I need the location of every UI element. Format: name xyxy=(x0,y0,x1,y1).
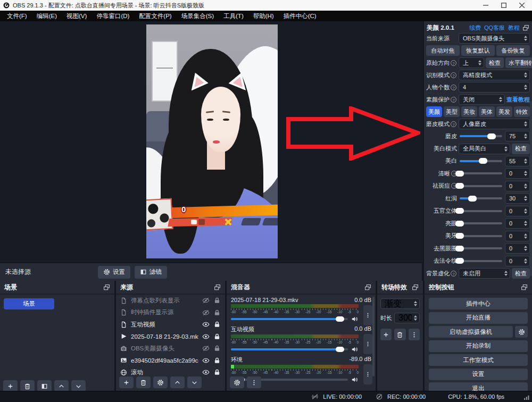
whiten-check-button[interactable]: 检查 xyxy=(512,144,530,154)
move-source-down-button[interactable] xyxy=(187,376,202,388)
help-icon[interactable] xyxy=(451,85,456,90)
view-tutorial-link[interactable]: 查看教程 xyxy=(506,96,530,104)
control-button[interactable]: 插件中心 xyxy=(429,298,528,309)
scrollbar[interactable] xyxy=(372,297,375,376)
whiten-mode-select[interactable]: 全局美白 xyxy=(459,144,510,154)
slider-value-stepper[interactable]: 0 xyxy=(505,218,530,229)
lock-icon[interactable] xyxy=(213,297,221,304)
help-icon[interactable] xyxy=(451,121,456,127)
orientation-check-button[interactable]: 检查 xyxy=(486,57,504,68)
detach-icon[interactable] xyxy=(214,284,221,291)
beauty-header-link[interactable]: QQ客服 xyxy=(484,24,505,32)
menu-item[interactable]: 帮助(H) xyxy=(248,11,279,21)
lock-icon[interactable] xyxy=(213,345,221,352)
source-row[interactable]: e394502df49aa5fc2a99cd2e7c xyxy=(116,355,225,367)
menu-item[interactable]: 视图(V) xyxy=(62,11,92,21)
slider-value-stepper[interactable]: 0 xyxy=(505,206,530,216)
control-button[interactable]: 设置 xyxy=(429,368,528,380)
help-icon[interactable] xyxy=(451,271,456,277)
remove-transition-button[interactable] xyxy=(394,329,405,340)
menu-item[interactable]: 配置文件(P) xyxy=(134,11,176,21)
eye-off-icon[interactable] xyxy=(202,297,210,304)
detach-icon[interactable] xyxy=(521,284,528,291)
eye-icon[interactable] xyxy=(202,357,210,364)
move-scene-up-button[interactable] xyxy=(54,380,69,392)
add-transition-button[interactable] xyxy=(380,329,392,340)
flip-horizontal-button[interactable]: 水平翻转 xyxy=(505,57,532,68)
slider-value-stepper[interactable]: 0 xyxy=(505,243,530,254)
source-properties-button[interactable] xyxy=(153,376,168,388)
detach-icon[interactable] xyxy=(103,284,110,291)
beauty-slider[interactable] xyxy=(460,181,502,191)
help-icon[interactable] xyxy=(451,60,456,66)
beauty-tab[interactable]: 美颜 xyxy=(426,106,442,117)
remove-scene-button[interactable] xyxy=(20,380,35,392)
source-row[interactable]: OBS美颜摄像头 xyxy=(116,342,225,355)
beauty-slider[interactable] xyxy=(460,193,502,204)
menu-item[interactable]: 场景集合(S) xyxy=(177,11,219,21)
help-icon[interactable] xyxy=(451,72,456,78)
lock-icon[interactable] xyxy=(213,333,221,340)
track-options-button[interactable] xyxy=(363,305,372,325)
control-button[interactable]: 开始直播 xyxy=(429,312,528,324)
track-options-button[interactable] xyxy=(363,334,372,354)
beauty-header-link[interactable]: 教程 xyxy=(508,24,520,32)
help-icon[interactable] xyxy=(451,97,456,103)
lock-icon[interactable] xyxy=(213,309,221,316)
detach-icon[interactable] xyxy=(364,284,371,291)
slider-value-stepper[interactable]: 0 xyxy=(505,231,530,241)
add-scene-button[interactable] xyxy=(3,380,18,392)
slider-value-stepper[interactable]: 75 xyxy=(505,131,530,141)
beauty-tab[interactable]: 美型 xyxy=(444,106,460,117)
beauty-tab[interactable]: 美体 xyxy=(479,106,495,117)
eye-icon[interactable] xyxy=(202,333,210,340)
menu-item[interactable]: 文件(F) xyxy=(2,11,32,21)
smooth-mode-select[interactable]: 人像磨皮 xyxy=(459,119,530,129)
scrollbar[interactable] xyxy=(530,101,532,277)
beauty-slider[interactable] xyxy=(460,131,502,141)
eye-off-icon[interactable] xyxy=(202,309,210,316)
control-button[interactable]: 开始录制 xyxy=(429,340,528,352)
source-row[interactable]: 时钟插件显示源 xyxy=(116,307,225,319)
beauty-slider[interactable] xyxy=(460,168,502,179)
eye-icon[interactable] xyxy=(202,368,210,376)
move-source-up-button[interactable] xyxy=(170,376,185,388)
beauty-tab[interactable]: 美妆 xyxy=(461,106,477,117)
slider-value-stepper[interactable]: 55 xyxy=(505,156,530,166)
beauty-slider[interactable] xyxy=(460,218,502,229)
scene-filters-button[interactable] xyxy=(37,380,52,392)
beauty-action-button[interactable]: 自动对焦 xyxy=(426,45,460,56)
control-button[interactable]: 启动虚拟摄像机 xyxy=(429,326,513,338)
menu-item[interactable]: 工具(T) xyxy=(219,11,248,21)
control-button[interactable]: 工作室模式 xyxy=(429,354,528,366)
beauty-slider[interactable] xyxy=(460,256,502,266)
vcam-settings-button[interactable] xyxy=(515,326,528,338)
beauty-header-link[interactable]: 续费 xyxy=(469,24,481,32)
transition-type-select[interactable]: 渐变 xyxy=(380,298,420,309)
source-row[interactable]: 弹幕点歌列表显示 xyxy=(116,295,225,307)
slider-value-stepper[interactable]: 0 xyxy=(505,256,530,266)
speaker-icon[interactable] xyxy=(351,315,359,323)
orientation-select[interactable]: 上 xyxy=(459,57,484,68)
current-source-select[interactable]: OBS美颜摄像头 xyxy=(459,33,530,44)
mixer-options-button[interactable] xyxy=(247,376,261,388)
beauty-tab[interactable]: 特效 xyxy=(514,106,530,117)
menu-item[interactable]: 插件中心(C) xyxy=(279,11,321,21)
advanced-audio-button[interactable] xyxy=(230,376,244,388)
beauty-slider[interactable] xyxy=(460,156,502,166)
source-settings-button[interactable]: 设置 xyxy=(98,266,130,279)
volume-slider[interactable] xyxy=(231,348,348,350)
bg-blur-check-button[interactable]: 检查 xyxy=(512,268,530,279)
person-count-stepper[interactable]: 4 xyxy=(459,82,530,93)
beauty-action-button[interactable]: 恢复默认 xyxy=(461,45,495,56)
add-source-button[interactable] xyxy=(119,376,134,388)
track-options-button[interactable] xyxy=(363,364,372,384)
eye-off-icon[interactable] xyxy=(202,345,210,352)
slider-value-stepper[interactable]: 30 xyxy=(505,193,530,204)
beauty-slider[interactable] xyxy=(460,206,502,216)
close-button[interactable] xyxy=(515,1,529,10)
detach-icon[interactable] xyxy=(412,284,419,291)
beauty-slider[interactable] xyxy=(460,243,502,254)
beauty-slider[interactable] xyxy=(460,231,502,241)
transition-options-button[interactable] xyxy=(409,329,420,340)
